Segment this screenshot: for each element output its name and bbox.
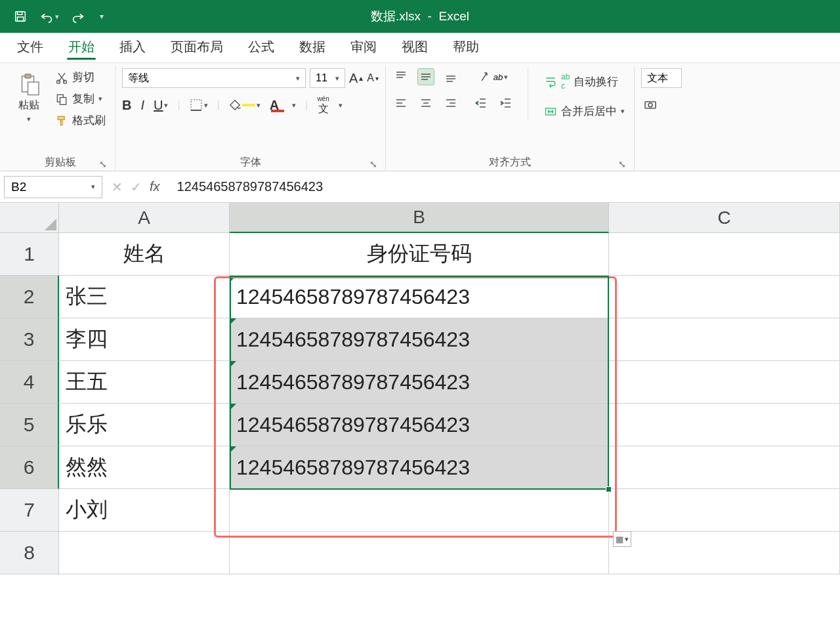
ribbon: 粘贴▾ 剪切 复制 ▾ 格式刷 剪贴板⤡ 等线▾ 11▾ A▴ A▾ B I U… bbox=[0, 63, 840, 171]
select-all-corner[interactable] bbox=[0, 203, 59, 233]
cell-C5[interactable] bbox=[609, 404, 840, 446]
cell-B2[interactable]: 12454658789787456423 bbox=[230, 276, 609, 318]
underline-button[interactable]: U▾ bbox=[154, 98, 168, 113]
formula-input[interactable]: 12454658789787456423 bbox=[169, 179, 840, 194]
fx-icon[interactable]: fx bbox=[150, 179, 160, 194]
redo-button[interactable] bbox=[66, 4, 91, 29]
align-middle-button[interactable] bbox=[417, 68, 434, 85]
row-header-8[interactable]: 8 bbox=[0, 532, 59, 574]
tab-file[interactable]: 文件 bbox=[8, 33, 52, 62]
align-launcher-icon[interactable]: ⤡ bbox=[618, 159, 626, 169]
undo-button[interactable]: ▾ bbox=[37, 4, 62, 29]
borders-button[interactable]: ▾ bbox=[190, 98, 208, 112]
row-header-5[interactable]: 5 bbox=[0, 404, 59, 446]
cell-B1[interactable]: 身份证号码 bbox=[230, 233, 609, 276]
autofill-options-button[interactable]: ▦▾ bbox=[613, 531, 631, 547]
cell-B5[interactable]: 12454658789787456423 bbox=[230, 404, 609, 446]
formula-bar: B2▾ ✕ ✓ fx 12454658789787456423 bbox=[0, 171, 840, 203]
quick-access-toolbar: ▾ ▾ bbox=[0, 4, 117, 29]
number-format-select[interactable]: 文本 bbox=[641, 68, 682, 88]
cell-C4[interactable] bbox=[609, 361, 840, 404]
col-header-B[interactable]: B bbox=[230, 203, 609, 233]
wrap-text-button[interactable]: abc自动换行 bbox=[541, 71, 621, 92]
cell-B3[interactable]: 12454658789787456423 bbox=[230, 318, 609, 361]
cell-A7[interactable]: 小刘 bbox=[59, 489, 230, 532]
tab-layout[interactable]: 页面布局 bbox=[161, 33, 232, 62]
align-bottom-button[interactable] bbox=[442, 68, 459, 85]
group-number: 文本 bbox=[635, 66, 688, 171]
cell-B7[interactable] bbox=[230, 489, 609, 532]
align-top-button[interactable] bbox=[392, 68, 410, 85]
align-right-button[interactable] bbox=[442, 95, 459, 112]
tab-home[interactable]: 开始 bbox=[59, 33, 104, 62]
text-indicator-icon bbox=[230, 361, 236, 368]
cell-B6[interactable]: 12454658789787456423 bbox=[230, 446, 609, 489]
cell-A8[interactable] bbox=[59, 532, 230, 574]
cell-B8[interactable] bbox=[230, 532, 609, 574]
tab-insert[interactable]: 插入 bbox=[110, 33, 155, 62]
qat-customize-button[interactable]: ▾ bbox=[94, 4, 109, 29]
cell-A4[interactable]: 王五 bbox=[59, 361, 230, 404]
bold-button[interactable]: B bbox=[122, 98, 131, 113]
cell-C6[interactable] bbox=[609, 446, 840, 489]
row-header-7[interactable]: 7 bbox=[0, 489, 59, 532]
cell-A3[interactable]: 李四 bbox=[59, 318, 230, 361]
cell-C7[interactable] bbox=[609, 489, 840, 532]
merge-center-button[interactable]: 合并后居中 ▾ bbox=[541, 102, 627, 120]
text-indicator-icon bbox=[230, 404, 236, 410]
orientation-button[interactable]: ab▾ bbox=[472, 68, 514, 85]
name-box[interactable]: B2▾ bbox=[4, 176, 102, 198]
fill-color-button[interactable]: ▾ bbox=[229, 99, 261, 111]
save-button[interactable] bbox=[8, 4, 33, 29]
tab-help[interactable]: 帮助 bbox=[444, 33, 488, 62]
col-header-A[interactable]: A bbox=[59, 203, 230, 233]
text-indicator-icon bbox=[230, 446, 236, 453]
tab-formulas[interactable]: 公式 bbox=[239, 33, 284, 62]
svg-rect-5 bbox=[28, 82, 39, 95]
align-left-button[interactable] bbox=[392, 95, 410, 112]
cell-C2[interactable] bbox=[609, 276, 840, 318]
format-painter-button[interactable]: 格式刷 bbox=[52, 112, 108, 129]
font-size-select[interactable]: 11▾ bbox=[310, 68, 345, 88]
cell-B4[interactable]: 12454658789787456423 bbox=[230, 361, 609, 404]
row-header-1[interactable]: 1 bbox=[0, 233, 59, 276]
tab-review[interactable]: 审阅 bbox=[341, 33, 386, 62]
tab-view[interactable]: 视图 bbox=[392, 33, 437, 62]
row-headers: 12345678 bbox=[0, 233, 59, 574]
formula-cancel-icon[interactable]: ✕ bbox=[112, 179, 123, 195]
cell-A5[interactable]: 乐乐 bbox=[59, 404, 230, 446]
cell-C1[interactable] bbox=[609, 233, 840, 276]
font-launcher-icon[interactable]: ⤡ bbox=[369, 159, 377, 169]
svg-point-38 bbox=[648, 103, 652, 107]
formula-enter-icon[interactable]: ✓ bbox=[131, 179, 142, 195]
row-header-4[interactable]: 4 bbox=[0, 361, 59, 404]
font-color-button[interactable]: A▾ bbox=[270, 98, 296, 113]
svg-rect-10 bbox=[191, 100, 201, 110]
cut-button[interactable]: 剪切 bbox=[52, 68, 97, 86]
font-label: 字体 bbox=[240, 156, 261, 169]
cell-C8[interactable] bbox=[609, 532, 840, 574]
cell-A2[interactable]: 张三 bbox=[59, 276, 230, 318]
phonetic-button[interactable]: wén文 bbox=[317, 96, 329, 114]
row-header-2[interactable]: 2 bbox=[0, 276, 59, 318]
svg-rect-1 bbox=[17, 12, 22, 15]
svg-rect-2 bbox=[17, 17, 23, 21]
col-header-C[interactable]: C bbox=[609, 203, 840, 233]
currency-button[interactable] bbox=[641, 97, 660, 113]
cell-A1[interactable]: 姓名 bbox=[59, 233, 230, 276]
decrease-indent-button[interactable] bbox=[472, 95, 490, 112]
row-header-3[interactable]: 3 bbox=[0, 318, 59, 361]
decrease-font-button[interactable]: A▾ bbox=[367, 72, 379, 84]
align-center-button[interactable] bbox=[417, 95, 434, 112]
tab-data[interactable]: 数据 bbox=[290, 33, 335, 62]
font-name-select[interactable]: 等线▾ bbox=[122, 68, 306, 88]
cell-C3[interactable] bbox=[609, 318, 840, 361]
clipboard-launcher-icon[interactable]: ⤡ bbox=[99, 159, 107, 169]
copy-button[interactable]: 复制 ▾ bbox=[52, 90, 105, 108]
paste-button[interactable]: 粘贴▾ bbox=[12, 68, 46, 127]
italic-button[interactable]: I bbox=[140, 98, 144, 113]
cell-A6[interactable]: 然然 bbox=[59, 446, 230, 489]
increase-font-button[interactable]: A▴ bbox=[349, 71, 363, 86]
row-header-6[interactable]: 6 bbox=[0, 446, 59, 489]
increase-indent-button[interactable] bbox=[497, 95, 514, 112]
